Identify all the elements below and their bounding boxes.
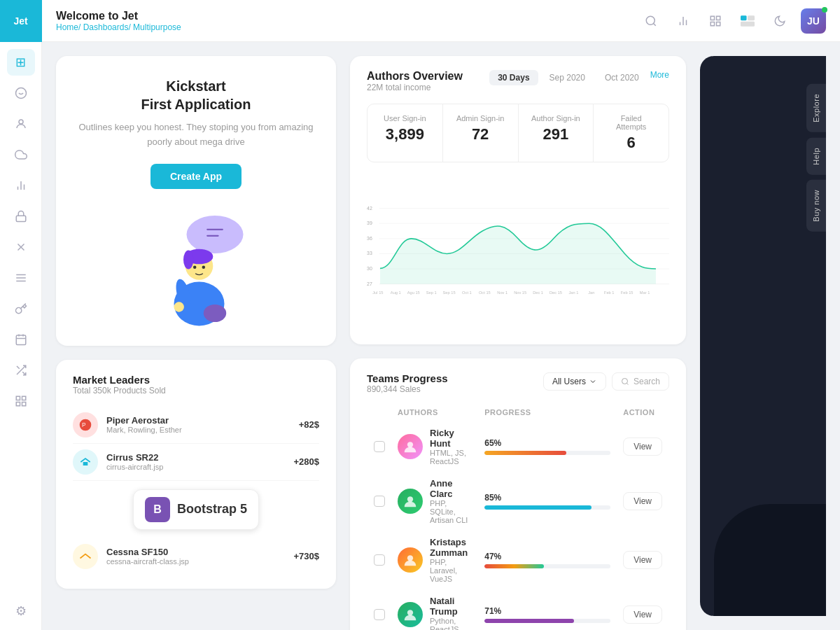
teams-subtitle: 890,344 Sales: [367, 384, 448, 394]
sidebar-logo[interactable]: Jet: [0, 0, 42, 42]
sidebar-item-users[interactable]: [7, 111, 35, 137]
svg-rect-22: [16, 402, 20, 406]
svg-rect-19: [16, 396, 20, 400]
authors-header: Authors Overview 22M total income 30 Day…: [367, 70, 669, 92]
svg-rect-34: [741, 21, 755, 26]
svg-point-83: [407, 496, 413, 502]
authors-title: Authors Overview: [367, 70, 463, 83]
svg-text:Jan 1: Jan 1: [568, 290, 578, 295]
svg-point-45: [202, 265, 206, 269]
author-info: Natali Trump Python, ReactJS: [398, 596, 472, 630]
market-icon-piper: P: [73, 412, 98, 438]
market-leaders-card: Market Leaders Total 350k Products Sold …: [56, 360, 336, 589]
svg-text:30: 30: [367, 266, 372, 271]
progress-bar: [484, 451, 610, 455]
svg-text:Dec 1: Dec 1: [533, 290, 543, 295]
market-item: P Piper Aerostar Mark, Rowling, Esther +…: [73, 407, 319, 444]
market-icon-cirrus: [73, 449, 98, 475]
stats-row: User Sign-in 3,899 Admin Sign-in 72 Auth…: [367, 104, 669, 162]
row-checkbox[interactable]: [374, 554, 385, 566]
svg-text:27: 27: [367, 281, 372, 286]
moon-icon[interactable]: [769, 10, 791, 32]
progress-fill: [484, 505, 592, 510]
view-button[interactable]: View: [623, 492, 662, 510]
logo-text: Jet: [13, 15, 27, 27]
progress-bar: [484, 619, 610, 623]
page-title: Welcome to Jet: [56, 10, 640, 22]
svg-text:Nov 1: Nov 1: [497, 290, 507, 295]
all-users-dropdown[interactable]: All Users: [543, 372, 606, 391]
search-icon[interactable]: [640, 10, 662, 32]
sidebar-item-cloud[interactable]: [7, 141, 35, 168]
more-link[interactable]: More: [650, 70, 669, 85]
market-leaders-subtitle: Total 350k Products Sold: [73, 386, 319, 396]
create-app-button[interactable]: Create App: [150, 164, 241, 189]
market-icon-cessna: [73, 544, 98, 569]
buy-now-pill[interactable]: Buy now: [806, 180, 826, 232]
svg-text:33: 33: [367, 251, 372, 255]
explore-pill[interactable]: Explore: [806, 84, 826, 132]
author-details: Anne Clarc PHP, SQLite, Artisan CLI: [430, 478, 472, 524]
online-status-dot: [822, 7, 827, 13]
sidebar-item-security[interactable]: [7, 203, 35, 230]
teams-title-group: Teams Progress 890,344 Sales: [367, 372, 448, 394]
chart-icon[interactable]: [672, 10, 694, 32]
sidebar: Jet ⊞: [0, 0, 42, 630]
svg-line-24: [653, 23, 655, 25]
svg-point-80: [622, 379, 627, 384]
tab-oct2020[interactable]: Oct 2020: [596, 70, 648, 85]
teams-progress-card: Teams Progress 890,344 Sales All Users S…: [350, 358, 686, 630]
left-column: Kickstart First Application Outlines kee…: [56, 56, 336, 616]
help-pill[interactable]: Help: [806, 138, 826, 175]
svg-rect-31: [710, 22, 714, 25]
sidebar-item-keys[interactable]: [7, 295, 35, 322]
teams-table: AUTHORS PROGRESS ACTION: [367, 402, 669, 630]
sidebar-item-menu[interactable]: [7, 265, 35, 291]
svg-text:Dec 15: Dec 15: [550, 290, 562, 295]
col-progress: PROGRESS: [479, 404, 616, 421]
author-details: Natali Trump Python, ReactJS: [430, 596, 472, 630]
sidebar-nav: ⊞: [7, 42, 35, 603]
kickstart-description: Outlines keep you honest. They stoping y…: [73, 120, 319, 150]
row-checkbox[interactable]: [374, 441, 385, 452]
right-column: Authors Overview 22M total income 30 Day…: [350, 56, 686, 616]
stat-author-signin: Author Sign-in 291: [519, 104, 594, 162]
view-button[interactable]: View: [623, 606, 662, 624]
col-action: ACTION: [617, 404, 668, 421]
svg-point-48: [204, 304, 226, 321]
progress-wrap: 71%: [484, 606, 610, 623]
sidebar-item-components[interactable]: [7, 357, 35, 384]
svg-text:Jan: Jan: [588, 290, 594, 295]
sidebar-item-panels[interactable]: [7, 388, 35, 414]
teams-search-box[interactable]: Search: [612, 372, 669, 391]
svg-point-84: [407, 555, 413, 561]
row-checkbox[interactable]: [374, 496, 385, 507]
progress-bar: [484, 564, 610, 568]
author-info: Ricky Hunt HTML, JS, ReactJS: [398, 428, 472, 465]
sidebar-item-apps[interactable]: [7, 80, 35, 106]
sidebar-item-dashboard[interactable]: ⊞: [7, 49, 35, 76]
grid-alt-icon[interactable]: [736, 10, 759, 32]
market-item: Cessna SF150 cessna-aircraft-class.jsp +…: [73, 538, 319, 575]
tab-sep2020[interactable]: Sep 2020: [541, 70, 594, 85]
dark-curve: [714, 504, 826, 616]
svg-text:Mar 1: Mar 1: [640, 290, 650, 295]
tab-30days[interactable]: 30 Days: [489, 70, 538, 85]
svg-text:39: 39: [367, 220, 372, 225]
topbar-title: Welcome to Jet Home/ Dashboards/ Multipu…: [56, 10, 640, 32]
sidebar-item-close[interactable]: [7, 234, 35, 260]
grid-icon[interactable]: [704, 10, 727, 32]
sidebar-settings-icon[interactable]: ⚙: [15, 603, 27, 630]
svg-text:Feb 15: Feb 15: [621, 290, 634, 295]
svg-rect-30: [717, 22, 720, 25]
svg-point-85: [407, 610, 413, 615]
stat-user-signin: User Sign-in 3,899: [368, 104, 443, 162]
market-item: Cirrus SR22 cirrus-aircraft.jsp +280$: [73, 444, 319, 481]
sidebar-item-reports[interactable]: [7, 172, 35, 199]
view-button[interactable]: View: [623, 551, 662, 569]
row-checkbox[interactable]: [374, 609, 385, 620]
sidebar-item-calendar[interactable]: [7, 326, 35, 353]
topbar: Welcome to Jet Home/ Dashboards/ Multipu…: [42, 0, 840, 42]
view-button[interactable]: View: [623, 438, 662, 456]
svg-text:Oct 15: Oct 15: [479, 290, 491, 295]
